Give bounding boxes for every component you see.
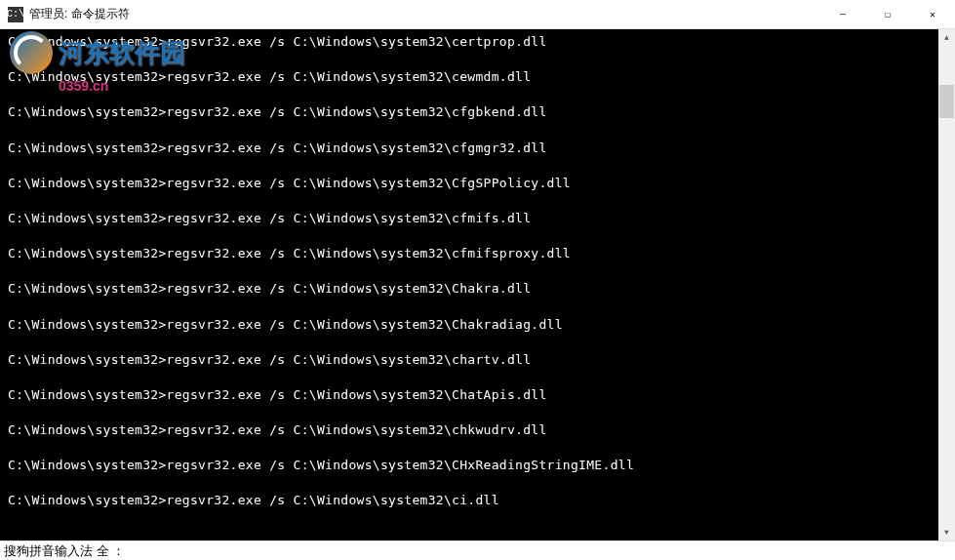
minimize-button[interactable]: ─ (820, 0, 865, 29)
ime-text: 搜狗拼音输入法 全 ： (4, 542, 125, 560)
cmd-line: C:\Windows\system32>regsvr32.exe /s C:\W… (8, 351, 947, 369)
scrollbar-thumb[interactable] (939, 85, 954, 118)
window-controls: ─ ☐ ✕ (820, 0, 955, 29)
cmd-line: C:\Windows\system32>regsvr32.exe /s C:\W… (8, 245, 947, 262)
window-title: 管理员: 命令提示符 (29, 6, 130, 22)
maximize-button[interactable]: ☐ (865, 0, 910, 29)
cmd-line: C:\Windows\system32>regsvr32.exe /s C:\W… (8, 103, 947, 121)
ime-status-bar: 搜狗拼音输入法 全 ： (0, 540, 955, 560)
console-content: C:\Windows\system32>regsvr32.exe /s C:\W… (0, 29, 955, 532)
scrollbar-track[interactable] (938, 46, 955, 524)
cmd-icon: C:\ (8, 7, 23, 22)
cmd-line: C:\Windows\system32>regsvr32.exe /s C:\W… (8, 68, 947, 86)
cmd-icon-label: C:\ (7, 9, 24, 20)
cmd-line: C:\Windows\system32>regsvr32.exe /s C:\W… (8, 33, 947, 51)
vertical-scrollbar[interactable]: ▲ ▼ (938, 29, 955, 540)
console-area[interactable]: C:\Windows\system32>regsvr32.exe /s C:\W… (0, 29, 955, 540)
cmd-line: C:\Windows\system32>regsvr32.exe /s C:\W… (8, 421, 947, 439)
cmd-line: C:\Windows\system32>regsvr32.exe /s C:\W… (8, 492, 947, 509)
titlebar: C:\ 管理员: 命令提示符 ─ ☐ ✕ (0, 0, 955, 29)
cmd-line: C:\Windows\system32>regsvr32.exe /s C:\W… (8, 316, 947, 334)
scroll-up-arrow-icon[interactable]: ▲ (938, 29, 955, 46)
scroll-down-arrow-icon[interactable]: ▼ (938, 524, 955, 540)
cmd-line: C:\Windows\system32>regsvr32.exe /s C:\W… (8, 175, 947, 192)
cmd-line: C:\Windows\system32>regsvr32.exe /s C:\W… (8, 386, 947, 404)
close-button[interactable]: ✕ (910, 0, 955, 29)
cmd-line: C:\Windows\system32>regsvr32.exe /s C:\W… (8, 140, 947, 157)
cmd-line: C:\Windows\system32>regsvr32.exe /s C:\W… (8, 280, 947, 298)
cmd-line: C:\Windows\system32>regsvr32.exe /s C:\W… (8, 457, 947, 474)
cmd-line: C:\Windows\system32>regsvr32.exe /s C:\W… (8, 210, 947, 227)
